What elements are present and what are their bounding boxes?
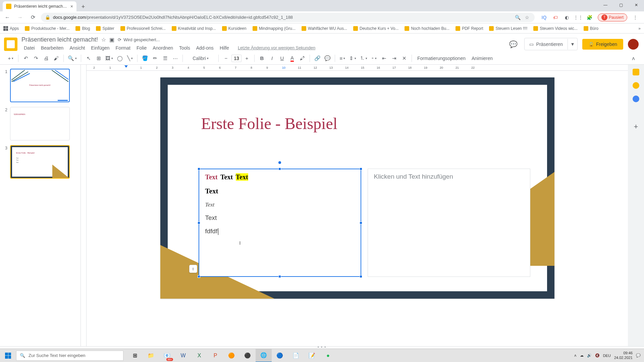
fill-color-button[interactable]: 🪣 [140,54,150,63]
slides-logo[interactable] [4,38,17,51]
text-line-5[interactable]: fdfdf [205,228,355,235]
obs-icon[interactable]: ⚫ [239,349,256,362]
explorer-icon[interactable]: 📁 [143,349,159,362]
menu-file[interactable]: Datei [21,44,37,52]
autofit-button[interactable]: ↕ [189,265,197,273]
indent-button[interactable]: ⇥ [389,54,399,63]
spotify-icon[interactable]: ● [320,349,336,362]
select-tool[interactable]: ↖ [84,54,93,63]
comment-button[interactable]: 💬 [323,54,332,63]
clear-format-button[interactable]: ✕ [399,54,409,63]
zoom-button[interactable]: 🔍 [66,54,78,63]
link-button[interactable]: 🔗 [313,54,322,63]
resize-handle[interactable] [360,222,362,224]
forward-button[interactable]: → [15,13,25,22]
resize-handle[interactable] [360,168,362,170]
bookmark-item[interactable]: Kursideen [222,26,247,31]
thumbnail-1[interactable]: 1 Präsentieren leicht gemacht! [3,69,77,102]
tasks-icon[interactable] [633,96,639,102]
task-view-icon[interactable]: ⊞ [127,349,143,362]
font-size-increase[interactable]: + [242,54,252,63]
present-button[interactable]: ▭Präsentieren [525,39,568,50]
thumb-preview[interactable]: SZENARIEN [10,107,70,140]
bold-button[interactable]: B [257,54,267,63]
textbox-right-placeholder[interactable]: Klicken und Text hinzufügen [368,169,530,277]
thumb-preview[interactable]: Präsentieren leicht gemacht! [10,69,70,102]
italic-button[interactable]: I [267,54,277,63]
slide-title[interactable]: Erste Folie - Beispiel [201,114,338,133]
reload-button[interactable]: ⟳ [28,13,38,22]
shape-tool[interactable]: ◯ [115,54,124,63]
last-edit-link[interactable]: Letzte Änderung vor wenigen Sekunden [235,44,318,52]
taskbar-search[interactable]: 🔍 Zur Suche Text hier eingeben [16,351,123,361]
word-icon[interactable]: W [175,349,191,362]
close-tab-icon[interactable]: × [70,4,73,9]
edge-icon[interactable]: 🔵 [272,349,288,362]
paint-format-button[interactable]: 🖌 [51,54,61,63]
bulleted-list-button[interactable]: ⁃ [369,54,379,63]
bookmark-item[interactable]: Professionell Schrei... [120,26,166,31]
rotate-handle[interactable] [278,161,281,164]
thumbnail-3[interactable]: 3 Erste Folie - Beispiel TextTextText [3,145,77,179]
thumb-preview-active[interactable]: Erste Folie - Beispiel TextTextText [10,145,70,179]
animate-button[interactable]: Animieren [469,54,495,63]
ext-icon-3[interactable]: ◐ [564,14,570,21]
menu-insert[interactable]: Einfügen [89,44,112,52]
bookmark-item[interactable]: Steuern Videos wic... [533,26,578,31]
underline-button[interactable]: U [277,54,287,63]
start-button[interactable] [0,349,16,362]
close-window-button[interactable]: ✕ [629,0,644,10]
profile-badge[interactable]: T Pausiert [598,13,627,21]
app-icon[interactable]: 🟠 [223,349,239,362]
image-tool[interactable]: 🖼 [104,54,114,63]
text-line-3[interactable]: Text [205,201,355,208]
resize-handle[interactable] [278,168,281,170]
new-tab-button[interactable]: + [78,2,88,11]
font-size-decrease[interactable]: − [221,54,231,63]
user-avatar[interactable] [628,39,639,50]
bookmark-item[interactable]: Später [96,26,114,31]
zoom-icon[interactable]: 🔍 [515,14,521,21]
bookmark-item[interactable]: Produktsuche - Mer... [25,26,69,31]
star-icon[interactable]: ☆ [101,37,106,43]
redo-button[interactable]: ↷ [31,54,41,63]
keep-icon[interactable] [633,82,639,89]
resize-handle[interactable] [198,168,200,170]
numbered-list-button[interactable]: ⒈ [358,54,369,63]
bookmark-item[interactable]: Büro [584,26,598,31]
star-icon[interactable]: ☆ [524,14,531,21]
ext-icon-4[interactable]: ⋮⋮ [575,14,582,21]
menu-format[interactable]: Format [113,44,133,52]
app-icon[interactable]: 📝 [304,349,320,362]
bookmarks-overflow[interactable]: » [638,26,641,31]
move-icon[interactable]: ▣ [109,37,114,43]
share-button[interactable]: 🔒Freigeben [582,39,623,50]
text-line-4[interactable]: Text [205,214,355,222]
resize-handle[interactable] [198,222,200,224]
language-indicator[interactable]: DEU [603,354,611,358]
maximize-button[interactable]: ▢ [613,0,629,10]
border-dash-button[interactable]: ⋯ [170,54,180,63]
menu-tools[interactable]: Tools [177,44,193,52]
format-options-button[interactable]: Formatierungsoptionen [415,54,468,63]
text-line-1[interactable]: Text Text Text [205,173,355,181]
align-button[interactable]: ≡ [338,54,347,63]
print-button[interactable]: 🖨 [41,54,51,63]
border-weight-button[interactable]: ☰ [160,54,170,63]
bookmark-item[interactable]: Noch hochladen Bu... [405,26,449,31]
chrome-icon[interactable]: 🌐 [256,349,272,362]
calendar-icon[interactable] [633,69,639,75]
doc-title[interactable]: Präsentieren leicht gemacht! [21,36,98,43]
minimize-button[interactable]: — [598,0,613,10]
bookmark-item[interactable]: Kreativität und Insp... [172,26,216,31]
bookmark-item[interactable]: Deutsche Kurs + Vo... [353,26,398,31]
bookmark-item[interactable]: Blog [75,26,90,31]
textbox-tool[interactable]: ⊞ [94,54,103,63]
line-tool[interactable]: ╲ [125,54,135,63]
resize-handle[interactable] [360,275,362,278]
undo-button[interactable]: ↶ [21,54,31,63]
network-icon[interactable]: 🔇 [595,353,600,358]
canvas-wrap[interactable]: Erste Folie - Beispiel Text Te [87,71,628,346]
font-select[interactable]: Calibri [185,54,216,63]
extensions-icon[interactable]: 🧩 [586,14,593,21]
